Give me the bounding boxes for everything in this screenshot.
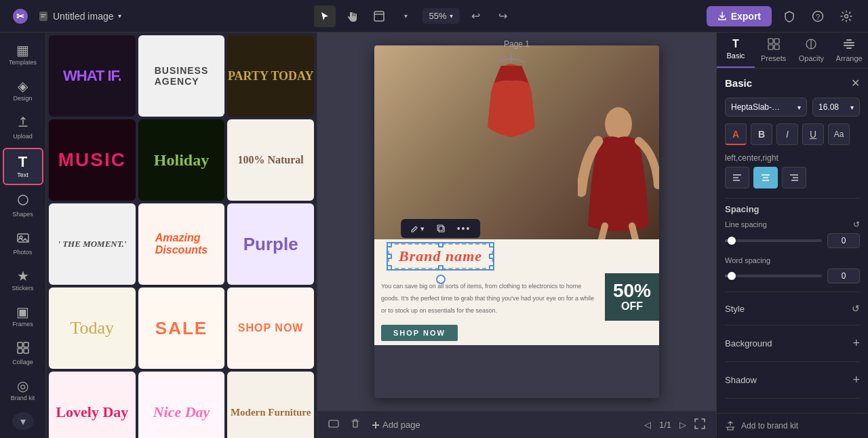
svg-rect-30 bbox=[846, 47, 852, 49]
font-family-selector[interactable]: HeptaSlab-Extra ▾ bbox=[725, 98, 807, 117]
template-card-sale[interactable]: SALE bbox=[138, 287, 225, 369]
sidebar-item-templates[interactable]: ▦ Templates bbox=[3, 38, 43, 71]
handle-bottom-left[interactable] bbox=[387, 265, 392, 271]
template-card-lovelyday[interactable]: Lovely Day bbox=[49, 372, 136, 438]
bold-button[interactable]: B bbox=[751, 123, 772, 145]
cursor-tool[interactable] bbox=[314, 5, 336, 27]
delete-page-icon[interactable] bbox=[350, 418, 361, 431]
word-spacing-slider[interactable]: 0 bbox=[725, 268, 860, 283]
tab-presets[interactable]: Presets bbox=[755, 33, 793, 68]
export-button[interactable]: Export bbox=[707, 6, 772, 26]
handle-bottom-right[interactable] bbox=[489, 265, 494, 271]
line-spacing-slider[interactable]: 0 bbox=[725, 233, 860, 248]
shop-now-button[interactable]: SHOP NOW bbox=[381, 325, 458, 341]
arrange-tab-icon bbox=[833, 38, 865, 53]
fullscreen-button[interactable] bbox=[694, 418, 705, 431]
sidebar-item-shapes[interactable]: Shapes bbox=[3, 188, 43, 223]
redo-button[interactable]: ↪ bbox=[492, 5, 514, 27]
template-card-natural[interactable]: 100% Natural bbox=[227, 119, 314, 201]
sidebar-item-stickers[interactable]: ★ Stickers bbox=[3, 264, 43, 297]
copy-button[interactable] bbox=[433, 223, 449, 234]
handle-right-mid[interactable] bbox=[489, 254, 494, 259]
shadow-row[interactable]: Shadow + bbox=[725, 367, 860, 393]
stickers-icon: ★ bbox=[17, 269, 29, 283]
sidebar-item-photos[interactable]: Photos bbox=[3, 226, 43, 261]
canvas[interactable]: ▾ ••• Brand name bbox=[374, 45, 659, 398]
layout-tool[interactable] bbox=[368, 5, 390, 27]
rotate-handle[interactable] bbox=[436, 275, 446, 284]
template-card-music[interactable]: MUSIC bbox=[49, 119, 136, 201]
tab-opacity[interactable]: Opacity bbox=[793, 33, 831, 68]
template-card-purple[interactable]: Purple bbox=[227, 203, 314, 285]
page-view-icon[interactable] bbox=[328, 418, 339, 431]
template-card-today[interactable]: Today bbox=[49, 287, 136, 369]
align-left-button[interactable] bbox=[725, 167, 749, 188]
stroke-row[interactable]: Stroke + bbox=[725, 404, 860, 413]
italic-button[interactable]: I bbox=[776, 123, 798, 145]
case-button[interactable]: Aa bbox=[828, 123, 850, 145]
line-spacing-value[interactable]: 0 bbox=[827, 233, 860, 248]
handle-left-mid[interactable] bbox=[387, 254, 392, 259]
text-color-button[interactable]: A bbox=[725, 123, 747, 145]
add-page-button[interactable]: Add page bbox=[372, 420, 420, 430]
template-card-party[interactable]: PARTY TODAY bbox=[227, 35, 314, 117]
word-spacing-track[interactable] bbox=[725, 275, 822, 277]
svg-rect-23 bbox=[774, 39, 779, 43]
next-page-button[interactable]: ▷ bbox=[679, 420, 686, 430]
align-right-button[interactable] bbox=[782, 167, 806, 188]
underline-button[interactable]: U bbox=[802, 123, 824, 145]
tab-basic[interactable]: T Basic bbox=[717, 33, 755, 68]
shield-icon[interactable] bbox=[778, 5, 800, 27]
template-card-business[interactable]: BUSINESSAGENCY bbox=[138, 35, 225, 117]
word-spacing-value[interactable]: 0 bbox=[827, 268, 860, 283]
canva-logo[interactable]: ✂ bbox=[11, 7, 30, 26]
add-brand-kit-row[interactable]: Add to brand kit bbox=[717, 413, 868, 438]
brand-name-selected[interactable]: ▾ ••• Brand name bbox=[388, 243, 493, 269]
align-center-button[interactable] bbox=[753, 167, 778, 188]
handle-top-right[interactable] bbox=[489, 242, 494, 247]
handle-top-mid[interactable] bbox=[438, 242, 443, 247]
help-icon[interactable]: ? bbox=[807, 5, 829, 27]
font-size-selector[interactable]: 16.08 ▾ bbox=[812, 98, 860, 117]
sidebar-item-brand-kit[interactable]: ◎ Brand kit bbox=[3, 374, 43, 407]
background-row[interactable]: Background + bbox=[725, 331, 860, 356]
shadow-add-icon[interactable]: + bbox=[852, 373, 860, 387]
template-card-holiday[interactable]: Holiday bbox=[138, 119, 225, 201]
handle-bottom-mid[interactable] bbox=[438, 265, 443, 271]
sidebar-item-upload[interactable]: Upload bbox=[3, 110, 43, 145]
template-card-moment[interactable]: ' THE MOMENT.' bbox=[49, 203, 136, 285]
line-spacing-reset-icon[interactable]: ↺ bbox=[853, 220, 860, 229]
more-button[interactable]: ••• bbox=[453, 222, 475, 235]
zoom-control[interactable]: 55% ▾ bbox=[422, 8, 460, 24]
style-reset-icon[interactable]: ↺ bbox=[852, 303, 860, 314]
undo-button[interactable]: ↩ bbox=[465, 5, 487, 27]
topbar: ✂ Untitled image ▾ ▾ 55% ▾ ↩ ↪ Export bbox=[0, 0, 868, 33]
template-card-shopnow[interactable]: SHOP NOW bbox=[227, 287, 314, 369]
sidebar-item-design[interactable]: ◈ Design bbox=[3, 74, 43, 107]
brand-name-section[interactable]: ▾ ••• Brand name bbox=[374, 239, 659, 273]
settings-icon[interactable] bbox=[835, 5, 857, 27]
brand-name-box[interactable]: Brand name bbox=[388, 243, 493, 269]
template-card-niceday[interactable]: Nice Day bbox=[138, 372, 225, 438]
panel-close-button[interactable]: ✕ bbox=[851, 77, 860, 89]
prev-page-button[interactable]: ◁ bbox=[644, 420, 651, 430]
canvas-wrapper[interactable]: ▾ ••• Brand name bbox=[317, 33, 716, 411]
template-card-modern[interactable]: Modern Furniture bbox=[227, 372, 314, 438]
line-spacing-track[interactable] bbox=[725, 239, 822, 242]
sidenav-collapse-button[interactable]: ▾ bbox=[12, 412, 34, 430]
sidebar-item-text[interactable]: T Text bbox=[3, 148, 43, 185]
topbar-right: Export ? bbox=[707, 5, 857, 27]
edit-button[interactable]: ▾ bbox=[406, 223, 429, 235]
tab-arrange[interactable]: Arrange bbox=[830, 33, 868, 68]
hand-tool[interactable] bbox=[341, 5, 363, 27]
style-row[interactable]: Style ↺ bbox=[725, 298, 860, 319]
background-add-icon[interactable]: + bbox=[852, 336, 860, 351]
template-card-amazing[interactable]: AmazingDiscounts bbox=[138, 203, 225, 285]
document-title[interactable]: Untitled image ▾ bbox=[38, 11, 121, 22]
sidebar-item-frames[interactable]: ▣ Frames bbox=[3, 300, 43, 333]
canvas-photo bbox=[374, 45, 659, 239]
handle-top-left[interactable] bbox=[387, 242, 392, 247]
sidebar-item-collage[interactable]: Collage bbox=[3, 336, 43, 371]
template-card-whatif[interactable]: WHAT IF. bbox=[49, 35, 136, 117]
layout-chevron-icon[interactable]: ▾ bbox=[395, 5, 417, 27]
